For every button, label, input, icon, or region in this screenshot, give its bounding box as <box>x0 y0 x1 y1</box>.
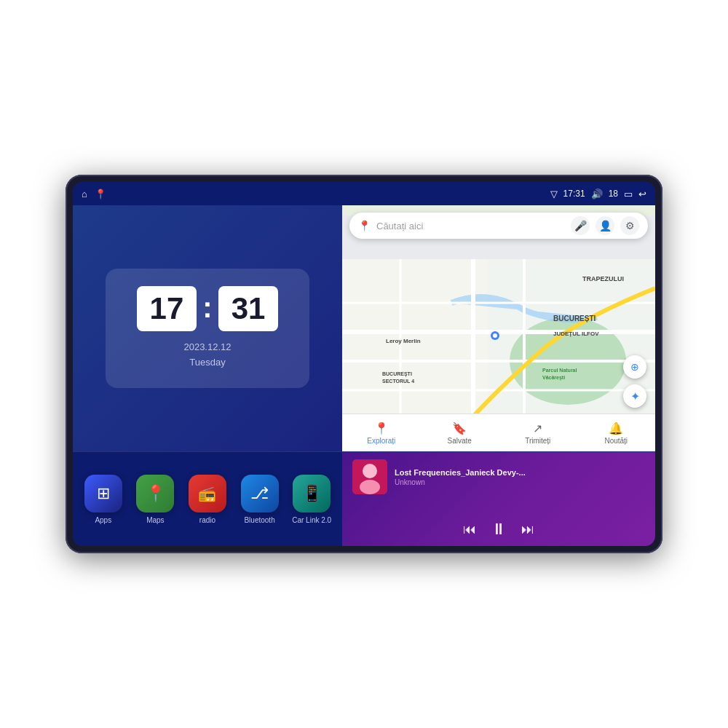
account-icon[interactable]: 👤 <box>596 216 614 235</box>
radio-label: radio <box>199 516 215 524</box>
svg-text:Parcul Natural: Parcul Natural <box>542 368 577 373</box>
carlink-label: Car Link 2.0 <box>292 516 331 524</box>
device-outer: ⌂ 📍 ▽ 17:31 🔊 18 ▭ ↩ 17 : 31 <box>66 175 662 553</box>
app-item-bluetooth[interactable]: ⎇ Bluetooth <box>238 475 282 524</box>
maps-label: Maps <box>146 516 164 524</box>
svg-text:Văcărești: Văcărești <box>542 375 565 381</box>
bluetooth-icon: ⎇ <box>241 475 279 513</box>
bluetooth-label: Bluetooth <box>244 516 274 524</box>
apps-icon: ⊞ <box>84 475 122 513</box>
app-item-carlink[interactable]: 📱 Car Link 2.0 <box>290 475 333 524</box>
device-screen: ⌂ 📍 ▽ 17:31 🔊 18 ▭ ↩ 17 : 31 <box>73 182 655 546</box>
map-nav-send[interactable]: ↗ Trimiteți <box>499 414 577 451</box>
map-nav-explore[interactable]: 📍 Explorați <box>342 414 421 451</box>
maps-icon: 📍 <box>136 475 174 513</box>
voice-search-icon[interactable]: 🎤 <box>571 216 590 235</box>
svg-text:BUCUREȘTI: BUCUREȘTI <box>382 371 412 377</box>
svg-text:TRAPEZULUI: TRAPEZULUI <box>582 275 624 282</box>
left-panel: 17 : 31 2023.12.12 Tuesday <box>73 205 342 451</box>
map-compass[interactable]: ✦ <box>623 384 646 408</box>
status-time: 17:31 <box>563 189 585 199</box>
map-location-button[interactable]: ⊕ <box>623 355 646 379</box>
saved-icon: 🔖 <box>452 422 467 435</box>
apps-panel: ⊞ Apps 📍 Maps 📻 radio <box>73 452 342 546</box>
volume-icon: 🔊 <box>591 189 603 199</box>
album-image <box>352 459 387 494</box>
map-search-bar[interactable]: 📍 Căutați aici 🎤 👤 ⚙ <box>349 213 648 239</box>
clock-day-value: Tuesday <box>126 355 289 371</box>
clock-hours: 17 <box>137 286 197 331</box>
svg-text:JUDEȚUL ILFOV: JUDEȚUL ILFOV <box>553 331 599 337</box>
app-item-radio[interactable]: 📻 radio <box>186 475 229 524</box>
main-content: 17 : 31 2023.12.12 Tuesday <box>73 205 655 546</box>
apps-label: Apps <box>95 516 111 524</box>
music-top: Lost Frequencies_Janieck Devy-... Unknow… <box>352 459 645 494</box>
map-nav-saved[interactable]: 🔖 Salvate <box>421 414 499 451</box>
app-item-apps[interactable]: ⊞ Apps <box>82 475 125 524</box>
status-left: ⌂ 📍 <box>82 189 106 199</box>
signal-icon: ▽ <box>550 189 558 199</box>
play-pause-button[interactable]: ⏸ <box>491 520 507 539</box>
clock-date-value: 2023.12.12 <box>126 340 289 355</box>
svg-text:BUCUREȘTI: BUCUREȘTI <box>553 314 596 323</box>
app-item-maps[interactable]: 📍 Maps <box>133 475 177 524</box>
status-right: ▽ 17:31 🔊 18 ▭ ↩ <box>550 189 646 199</box>
send-icon: ↗ <box>533 422 542 435</box>
settings-map-icon[interactable]: ⚙ <box>620 216 639 235</box>
map-nav-saved-label: Salvate <box>448 437 472 445</box>
svg-point-25 <box>360 480 380 494</box>
map-panel: TRAPEZULUI BUCUREȘTI JUDEȚUL ILFOV BERCE… <box>342 205 655 451</box>
explore-icon: 📍 <box>374 422 389 435</box>
volume-level: 18 <box>609 189 618 199</box>
back-icon[interactable]: ↩ <box>638 189 646 199</box>
clock-colon: : <box>202 291 212 324</box>
svg-point-22 <box>493 333 497 338</box>
music-album-art <box>352 459 387 494</box>
music-artist: Unknown <box>395 478 645 486</box>
clock-date: 2023.12.12 Tuesday <box>126 340 289 371</box>
map-nav-news-label: Noutăți <box>604 437 628 445</box>
music-info: Lost Frequencies_Janieck Devy-... Unknow… <box>395 468 645 486</box>
map-nav-explore-label: Explorați <box>367 437 395 445</box>
maps-logo-icon: 📍 <box>358 220 371 232</box>
map-nav-news[interactable]: 🔔 Noutăți <box>577 414 656 451</box>
next-button[interactable]: ⏭ <box>521 522 534 537</box>
music-panel: Lost Frequencies_Janieck Devy-... Unknow… <box>342 452 655 546</box>
svg-point-24 <box>363 464 377 478</box>
music-controls: ⏮ ⏸ ⏭ <box>352 520 645 539</box>
clock-digits: 17 : 31 <box>126 286 289 331</box>
clock-widget: 17 : 31 2023.12.12 Tuesday <box>106 269 309 388</box>
status-bar: ⌂ 📍 ▽ 17:31 🔊 18 ▭ ↩ <box>73 182 655 205</box>
radio-icon: 📻 <box>189 475 226 513</box>
map-bottom-nav: 📍 Explorați 🔖 Salvate ↗ Trimiteți 🔔 Nout… <box>342 414 655 451</box>
home-icon[interactable]: ⌂ <box>82 189 87 199</box>
map-search-placeholder: Căutați aici <box>376 221 565 232</box>
svg-text:SECTORUL 4: SECTORUL 4 <box>382 379 414 384</box>
battery-icon: ▭ <box>624 189 633 199</box>
map-nav-send-label: Trimiteți <box>525 437 550 445</box>
music-title: Lost Frequencies_Janieck Devy-... <box>395 468 645 477</box>
carlink-icon: 📱 <box>293 475 331 513</box>
map-search-actions: 🎤 👤 ⚙ <box>571 216 639 235</box>
bottom-row: ⊞ Apps 📍 Maps 📻 radio <box>73 451 655 546</box>
clock-minutes: 31 <box>218 286 279 331</box>
svg-text:Leroy Merlin: Leroy Merlin <box>386 338 421 344</box>
prev-button[interactable]: ⏮ <box>463 522 476 537</box>
news-icon: 🔔 <box>609 422 623 435</box>
maps-status-icon[interactable]: 📍 <box>95 189 106 199</box>
